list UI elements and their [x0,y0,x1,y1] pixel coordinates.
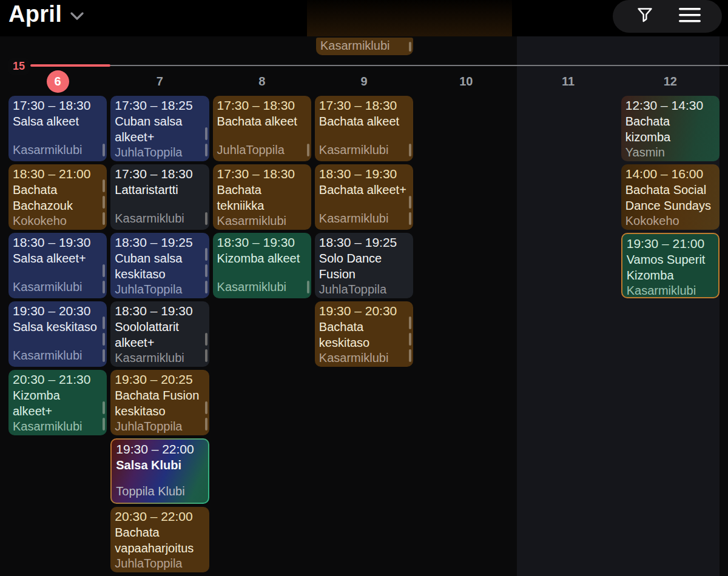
month-dropdown[interactable]: April [8,1,84,27]
event-line-tick [205,264,207,277]
day-header-row: 6789101112 [8,68,720,95]
event-title: Solo Dance Fusion [319,250,407,282]
day-header-12[interactable]: 12 [621,68,720,95]
event-title: Lattaristartti [115,182,203,198]
event-time: 19:30 – 20:30 [319,303,407,319]
event-time: 18:30 – 19:30 [13,234,101,250]
event-location: Kokokeho [13,213,101,229]
event-location: JuhlaToppila [115,556,203,571]
event-title: Bachata keskitaso [319,319,407,350]
event-line-tick [103,401,105,414]
event-time: 17:30 – 18:30 [115,166,203,182]
menu-button[interactable] [676,3,703,30]
event-line-tick [103,179,105,192]
event-line-tick [409,196,411,209]
event-time: 17:30 – 18:30 [217,166,305,182]
event-line-tick [409,42,411,52]
event-location: Kasarmiklubi [320,38,389,53]
event-line-tick [409,144,411,156]
event-title: Bachata alkeet+ [319,182,407,198]
event-time: 18:30 – 19:30 [115,303,203,319]
event-location: Toppila Klubi [116,484,201,499]
event-location: JuhlaToppila [217,142,305,158]
event-location: JuhlaToppila [115,145,203,160]
chevron-down-icon [70,12,84,22]
event-card[interactable]: 18:30 – 19:25Cuban salsa keskitasoJuhlaT… [110,233,209,298]
event-location: Kasarmiklubi [217,280,305,295]
day-column-6: 17:30 – 18:30Salsa alkeetKasarmiklubi18:… [8,96,107,435]
day-header-7[interactable]: 7 [110,68,209,95]
event-line-tick [205,248,207,261]
event-line-tick [205,212,207,225]
event-card[interactable]: 19:30 – 20:25Bachata Fusion keskitasoJuh… [110,370,209,435]
event-card[interactable]: 18:30 – 19:30Bachata alkeet+Kasarmiklubi [315,164,413,230]
event-time: 18:30 – 19:30 [319,166,407,182]
week-grid: 17:30 – 18:30Salsa alkeetKasarmiklubi18:… [8,96,720,572]
event-card[interactable]: 18:30 – 19:30Kizomba alkeetKasarmiklubi [213,233,311,298]
event-line-tick [205,401,207,414]
event-card[interactable]: 17:30 – 18:30Bachata alkeetJuhlaToppila [213,96,311,161]
event-title: Vamos Superit Kizomba [627,252,712,283]
day-header-8[interactable]: 8 [213,68,311,95]
event-card[interactable]: 17:30 – 18:25Cuban salsa alkeet+JuhlaTop… [110,96,209,161]
event-line-tick [103,281,105,293]
day-header-10[interactable]: 10 [417,68,515,95]
event-title: Salsa keskitaso [13,319,101,335]
event-card[interactable]: 12:30 – 14:30Bachata kizombaYasmin [621,96,720,161]
event-card[interactable]: 17:30 – 18:30Bachata alkeetKasarmiklubi [315,96,413,161]
event-location: Kasarmiklubi [115,211,203,226]
event-line-tick [409,316,411,329]
event-card[interactable]: 14:00 – 16:00Bachata Social Dance Sunday… [621,164,720,230]
event-location: Kasarmiklubi [13,348,101,363]
event-line-tick [409,333,411,346]
event-card[interactable]: 20:30 – 21:30Kizomba alkeet+Kasarmiklubi [8,370,107,435]
day-header-6[interactable]: 6 [8,68,107,95]
event-time: 18:30 – 19:25 [115,234,203,250]
event-time: 14:00 – 16:00 [625,166,713,182]
event-title: Cuban salsa alkeet+ [115,113,203,145]
month-title: April [8,1,62,27]
event-line-tick [103,418,105,430]
event-time: 18:30 – 19:30 [217,234,305,250]
current-week-indicator-line [30,64,110,67]
event-location: Yasmin [625,145,713,160]
event-location: Kasarmiklubi [13,142,101,158]
event-title: Bachata Bachazouk [13,182,101,213]
event-card[interactable]: 18:30 – 19:30Soololattarit alkeet+Kasarm… [110,301,209,367]
event-card[interactable]: 18:30 – 19:30Salsa alkeet+Kasarmiklubi [8,233,107,298]
event-card[interactable]: 17:30 – 18:30Bachata tekniikkaKasarmiklu… [213,164,311,230]
filter-button[interactable] [632,3,658,30]
app-header: April [0,0,728,36]
event-title: Bachata Fusion keskitaso [115,387,203,419]
event-card[interactable]: 19:30 – 21:00Vamos Superit KizombaKasarm… [621,233,720,298]
event-location: Kasarmiklubi [319,211,407,226]
event-time: 17:30 – 18:30 [13,97,101,113]
event-card[interactable]: 20:30 – 22:00Bachata vapaaharjoitusJuhla… [110,507,209,572]
event-card[interactable]: 17:30 – 18:30LattaristarttiKasarmiklubi [110,164,209,230]
event-card[interactable]: 17:30 – 18:30Salsa alkeetKasarmiklubi [8,96,107,161]
event-card[interactable]: 18:30 – 21:00Bachata BachazoukKokokeho [8,164,107,230]
event-card[interactable]: 19:30 – 22:00Salsa KlubiToppila Klubi [110,438,209,504]
day-column-8: 17:30 – 18:30Bachata alkeetJuhlaToppila1… [213,96,311,298]
day-header-9[interactable]: 9 [315,68,413,95]
day-column-9: 17:30 – 18:30Bachata alkeetKasarmiklubi1… [315,96,413,367]
event-time: 19:30 – 21:00 [627,235,712,252]
event-card[interactable]: 18:30 – 19:25Solo Dance FusionJuhlaToppi… [315,233,413,298]
event-location: Kasarmiklubi [627,283,712,298]
event-time: 18:30 – 19:25 [319,234,407,250]
event-time: 12:30 – 14:30 [625,97,713,113]
event-title: Kizomba alkeet [217,250,305,266]
day-header-11[interactable]: 11 [519,68,617,95]
event-line-tick [103,196,105,209]
event-card[interactable]: 19:30 – 20:30Salsa keskitasoKasarmiklubi [8,301,107,367]
event-line-tick [307,144,309,156]
hamburger-menu-icon [679,7,701,25]
event-card[interactable]: 19:30 – 20:30Bachata keskitasoKasarmiklu… [315,301,413,367]
event-card-overflow[interactable]: Kasarmiklubi [316,38,413,55]
event-time: 20:30 – 21:30 [13,371,101,387]
event-location: Kasarmiklubi [217,213,305,229]
event-line-tick [103,333,105,346]
event-title: Salsa alkeet [13,113,101,129]
event-time: 17:30 – 18:30 [319,97,407,113]
event-time: 20:30 – 22:00 [115,508,203,524]
